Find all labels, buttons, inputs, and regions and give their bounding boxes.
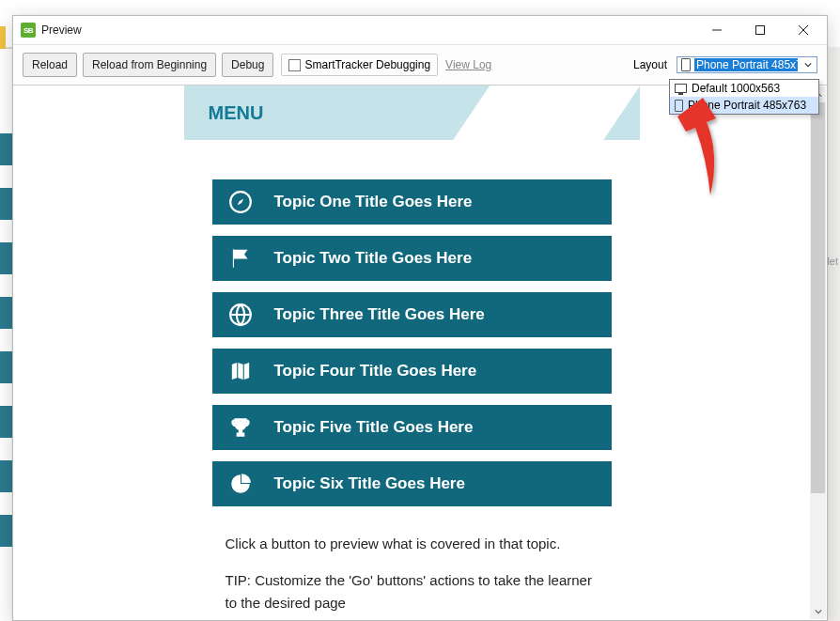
debug-button[interactable]: Debug — [222, 53, 273, 77]
topic-button-3[interactable]: Topic Three Title Goes Here — [212, 292, 612, 337]
layout-option-label: Phone Portrait 485x763 — [688, 99, 806, 112]
menu-header: MENU — [184, 85, 640, 140]
desktop-icon — [675, 84, 687, 93]
layout-option-label: Default 1000x563 — [692, 82, 780, 95]
topic-button-1[interactable]: Topic One Title Goes Here — [212, 179, 612, 225]
layout-option-phone[interactable]: Phone Portrait 485x763 — [670, 97, 818, 114]
close-button[interactable] — [782, 16, 825, 44]
minimize-button[interactable] — [695, 16, 739, 44]
preview-window: Preview Reload Reload from Beginning Deb… — [12, 15, 828, 621]
vertical-scrollbar[interactable] — [810, 86, 826, 619]
smarttracker-label: SmartTracker Debugging — [304, 58, 430, 71]
topic-button-6[interactable]: Topic Six Title Goes Here — [212, 461, 612, 506]
layout-dropdown: Default 1000x563 Phone Portrait 485x763 — [669, 79, 819, 115]
pie-chart-icon — [227, 472, 254, 496]
topic-label: Topic Six Title Goes Here — [274, 474, 465, 493]
map-icon — [227, 359, 254, 383]
maximize-button[interactable] — [739, 16, 782, 44]
trophy-icon — [227, 415, 254, 440]
phone-canvas: MENU Topic One Title Goes Here Topic Two… — [184, 85, 640, 620]
reload-button[interactable]: Reload — [23, 53, 77, 77]
bg-right-hint: let — [827, 256, 838, 267]
layout-option-default[interactable]: Default 1000x563 — [670, 80, 818, 97]
scroll-thumb[interactable] — [811, 102, 825, 493]
layout-selected-text: Phone Portrait 485x763 — [694, 58, 798, 71]
topic-label: Topic One Title Goes Here — [274, 193, 473, 211]
topic-label: Topic Four Title Goes Here — [274, 362, 477, 380]
layout-select[interactable]: Phone Portrait 485x763 — [677, 56, 817, 73]
svg-rect-0 — [756, 26, 765, 35]
phone-icon — [675, 100, 683, 112]
app-icon — [21, 23, 36, 38]
phone-icon — [681, 58, 691, 71]
compass-icon — [227, 190, 254, 214]
view-log-link[interactable]: View Log — [445, 58, 491, 71]
smarttracker-debugging-toggle[interactable]: SmartTracker Debugging — [281, 54, 438, 76]
preview-viewport: MENU Topic One Title Goes Here Topic Two… — [13, 85, 827, 620]
reload-from-beginning-button[interactable]: Reload from Beginning — [83, 53, 216, 77]
topic-button-2[interactable]: Topic Two Title Goes Here — [212, 236, 612, 281]
globe-icon — [227, 303, 254, 327]
body-text: Click a button to preview what is covere… — [184, 506, 640, 613]
topic-label: Topic Five Title Goes Here — [274, 418, 474, 437]
titlebar[interactable]: Preview — [13, 16, 827, 44]
topic-button-5[interactable]: Topic Five Title Goes Here — [212, 405, 612, 450]
topic-label: Topic Three Title Goes Here — [274, 305, 485, 324]
body-paragraph-1: Click a button to preview what is covere… — [226, 533, 599, 554]
flag-icon — [227, 246, 254, 271]
topic-button-4[interactable]: Topic Four Title Goes Here — [212, 349, 612, 394]
topics-list: Topic One Title Goes Here Topic Two Titl… — [184, 140, 640, 506]
body-paragraph-2: TIP: Customize the 'Go' buttons' actions… — [226, 569, 599, 613]
window-title: Preview — [41, 23, 82, 37]
scroll-down-icon[interactable] — [810, 603, 826, 619]
toolbar: Reload Reload from Beginning Debug Smart… — [13, 44, 827, 85]
chevron-down-icon — [801, 61, 815, 69]
checkbox-icon — [288, 59, 301, 71]
bg-accent — [0, 26, 6, 49]
menu-title: MENU — [184, 102, 264, 124]
topic-label: Topic Two Title Goes Here — [274, 249, 473, 268]
layout-label: Layout — [633, 58, 667, 71]
